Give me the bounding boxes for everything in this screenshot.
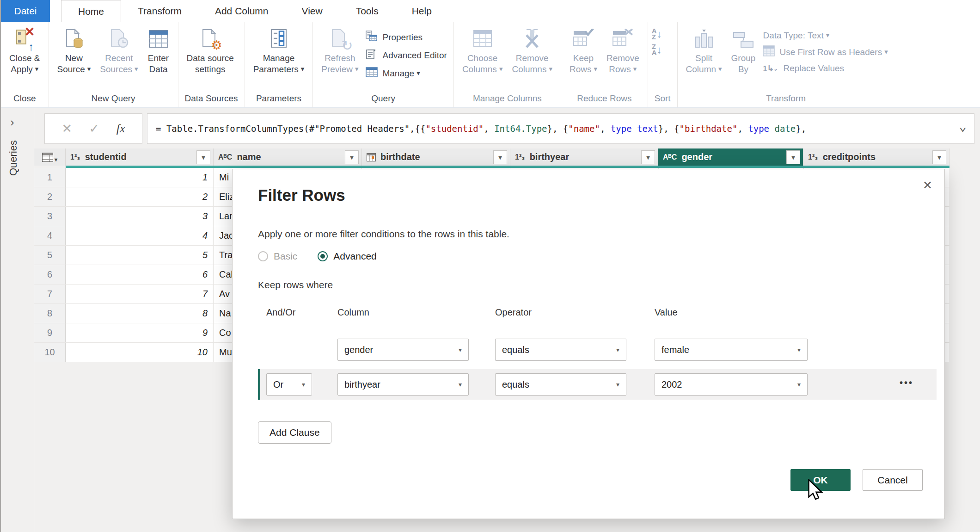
value-dropdown[interactable]: 2002: [655, 373, 808, 396]
remove-rows-button[interactable]: RemoveRows: [602, 26, 644, 78]
tab-home[interactable]: Home: [61, 0, 121, 22]
group-label-query: Query: [317, 93, 450, 106]
commit-formula-icon[interactable]: ✓: [89, 121, 100, 136]
add-clause-button[interactable]: Add Clause: [258, 421, 331, 444]
new-source-button[interactable]: NewSource: [53, 26, 96, 78]
tab-add-column[interactable]: Add Column: [198, 0, 285, 22]
replace-values-button[interactable]: 1↳₂ Replace Values: [763, 63, 888, 74]
cancel-formula-icon[interactable]: ✕: [61, 121, 72, 136]
enter-data-button[interactable]: EnterData: [143, 26, 174, 78]
filter-dropdown-icon[interactable]: [196, 150, 210, 164]
ribbon-group-parameters: ManageParameters Parameters: [245, 22, 313, 107]
recent-sources-button[interactable]: RecentSources: [95, 26, 142, 78]
advanced-editor-button[interactable]: Advanced Editor: [366, 49, 447, 62]
column-dropdown[interactable]: gender: [337, 339, 469, 361]
column-header-studentid[interactable]: 1²₃studentid: [66, 148, 214, 166]
filter-dropdown-icon[interactable]: [345, 150, 359, 164]
use-first-row-as-headers-button[interactable]: Use First Row as Headers: [763, 45, 888, 59]
queries-pane-collapsed: › Queries: [1, 108, 34, 532]
tab-transform[interactable]: Transform: [121, 0, 198, 22]
group-label-new-query: New Query: [53, 93, 174, 106]
tab-tools[interactable]: Tools: [339, 0, 395, 22]
value-dropdown[interactable]: female: [655, 339, 808, 361]
column-header-gender[interactable]: AᴮCgender: [658, 148, 803, 166]
tab-help[interactable]: Help: [395, 0, 448, 22]
operator-dropdown[interactable]: equals: [495, 339, 626, 361]
sort-ascending-button[interactable]: AZ↓: [652, 28, 662, 40]
refresh-preview-button[interactable]: ↻ RefreshPreview: [317, 26, 363, 78]
keep-rows-button[interactable]: KeepRows: [565, 26, 602, 78]
number-type-icon: 1²₃: [808, 153, 818, 161]
close-and-apply-button[interactable]: ✕ ↑ Close &Apply: [5, 26, 45, 78]
manage-parameters-button[interactable]: ManageParameters: [249, 26, 309, 78]
ribbon-group-manage-columns: ChooseColumns RemoveColumns Manage Colum…: [454, 22, 561, 107]
filter-dropdown-icon[interactable]: [932, 150, 946, 164]
advanced-radio[interactable]: Advanced: [318, 251, 376, 262]
mouse-cursor: [804, 479, 826, 500]
basic-radio[interactable]: Basic: [258, 251, 297, 262]
data-source-settings-button[interactable]: ⚙ Data sourcesettings: [182, 26, 239, 78]
data-type-button[interactable]: Data Type: Text: [763, 31, 888, 41]
collapse-formula-icon[interactable]: ⌄: [959, 118, 967, 134]
formula-input[interactable]: = Table.TransformColumnTypes(#"Promoted …: [147, 113, 974, 144]
andor-column-label: And/Or: [266, 307, 295, 318]
replace-values-icon: 1↳₂: [763, 63, 778, 74]
manage-icon: [366, 67, 378, 80]
andor-dropdown[interactable]: Or: [266, 373, 312, 396]
column-dropdown[interactable]: birthyear: [337, 373, 469, 396]
text-type-icon: AᴮC: [663, 153, 677, 161]
select-all-corner-button[interactable]: [34, 148, 66, 166]
formula-bar-buttons: ✕ ✓ fx: [44, 113, 142, 144]
group-label-parameters: Parameters: [249, 93, 309, 106]
column-header-birthdate[interactable]: birthdate: [362, 148, 510, 166]
ribbon-group-close: ✕ ↑ Close &Apply Close: [1, 22, 49, 107]
column-header-creditpoints[interactable]: 1²₃creditpoints: [803, 148, 949, 166]
enter-data-icon: [147, 29, 170, 49]
grid-header-row: 1²₃studentid AᴮCname birthdate 1²₃birthy…: [34, 148, 949, 166]
ribbon-group-transform: SplitColumn GroupBy Data Type: Text Use …: [678, 22, 894, 107]
clause-more-options-icon[interactable]: •••: [900, 377, 913, 388]
fx-icon: fx: [116, 122, 125, 136]
properties-button[interactable]: Properties: [366, 31, 447, 44]
sort-descending-button[interactable]: ZA↓: [652, 43, 662, 56]
dialog-title: Filter Rows: [258, 186, 345, 204]
ribbon-group-query: ↻ RefreshPreview Properties Advanced Edi…: [313, 22, 454, 107]
file-menu-button[interactable]: Datei: [1, 0, 50, 22]
filter-dropdown-icon[interactable]: [786, 150, 800, 164]
queries-pane-label[interactable]: Queries: [7, 140, 19, 176]
group-by-button[interactable]: GroupBy: [727, 26, 760, 78]
number-type-icon: 1²₃: [515, 153, 525, 161]
cancel-button[interactable]: Cancel: [863, 469, 923, 491]
group-label-close: Close: [5, 93, 45, 106]
ribbon-group-sort: AZ↓ ZA↓ Sort: [648, 22, 678, 107]
ribbon-group-data-sources: ⚙ Data sourcesettings Data Sources: [178, 22, 245, 107]
data-source-settings-icon: ⚙: [199, 29, 221, 49]
column-header-birthyear[interactable]: 1²₃birthyear: [510, 148, 658, 166]
close-dialog-icon[interactable]: ✕: [923, 179, 932, 192]
manage-parameters-icon: [268, 29, 290, 49]
filter-dropdown-icon[interactable]: [493, 150, 507, 164]
value-column-label: Value: [655, 307, 678, 318]
operator-dropdown[interactable]: equals: [495, 373, 626, 396]
group-by-icon: [732, 29, 754, 49]
choose-columns-button[interactable]: ChooseColumns: [458, 26, 508, 78]
manage-query-button[interactable]: Manage: [366, 67, 447, 80]
expand-queries-pane-icon[interactable]: ›: [10, 115, 14, 130]
clause-builder: And/Or Column Operator Value gender equa…: [258, 304, 937, 425]
close-apply-icon: ✕ ↑: [13, 29, 36, 49]
filter-dropdown-icon[interactable]: [641, 150, 655, 164]
refresh-preview-icon: ↻: [329, 29, 351, 49]
properties-icon: [366, 31, 378, 44]
remove-columns-button[interactable]: RemoveColumns: [507, 26, 557, 78]
text-type-icon: AᴮC: [218, 153, 232, 161]
column-header-name[interactable]: AᴮCname: [214, 148, 362, 166]
filter-rows-dialog: ✕ Filter Rows Apply one or more filter c…: [232, 169, 945, 519]
keep-rows-icon: [572, 29, 594, 49]
tab-view[interactable]: View: [285, 0, 339, 22]
workspace: › Queries ✕ ✓ fx = Table.TransformColumn…: [1, 108, 980, 532]
remove-rows-icon: [612, 29, 634, 49]
split-column-button[interactable]: SplitColumn: [681, 26, 727, 78]
choose-columns-icon: [472, 29, 494, 49]
split-column-icon: [693, 29, 715, 49]
ribbon-group-new-query: NewSource RecentSources EnterData New Qu…: [49, 22, 178, 107]
